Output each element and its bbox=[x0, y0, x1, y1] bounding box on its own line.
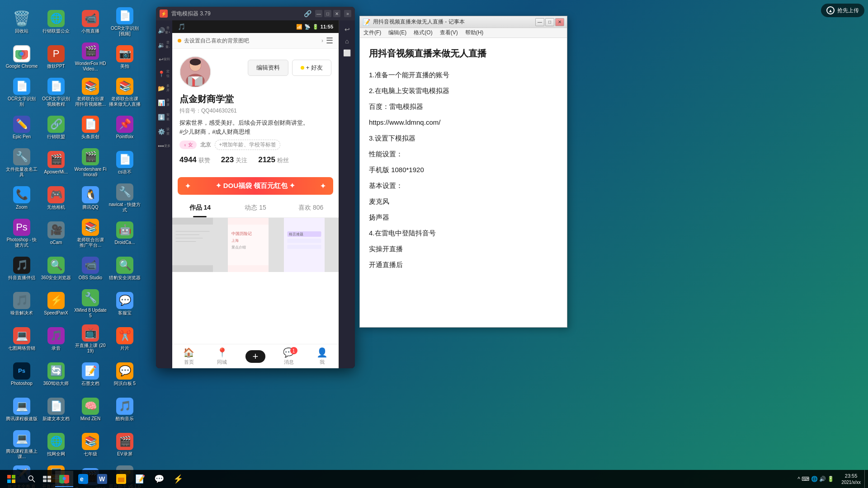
desktop-icon-apower[interactable]: 🎬 ApowerMi... bbox=[38, 145, 74, 181]
desktop-icon-ocr3[interactable]: 📄 OCR文字识别视频教程 bbox=[38, 74, 74, 110]
sidebar-btn-install[interactable]: ⬇️ 安装 bbox=[158, 111, 170, 123]
desktop-icon-pointfoix[interactable]: 📌 Pointfoix bbox=[107, 109, 143, 145]
taskbar-chrome[interactable] bbox=[55, 471, 73, 487]
desktop-icon-awob[interactable]: 💬 阿沃白板 5 bbox=[107, 356, 143, 392]
nav-message[interactable]: 💬 1 消息 bbox=[278, 347, 300, 366]
minimize-button[interactable]: — bbox=[315, 10, 322, 17]
content-thumb-2[interactable]: 中国历险记 上海 景点介绍 bbox=[228, 218, 269, 272]
sidebar-toggle-button[interactable]: » bbox=[344, 10, 351, 17]
sidebar-btn-locate[interactable]: 📍 定位 bbox=[158, 67, 170, 80]
desktop-icon-zhaowang[interactable]: 🌐 找网全网 bbox=[38, 427, 74, 463]
menu-view[interactable]: 查看(V) bbox=[436, 28, 462, 38]
taskbar-edge[interactable]: e bbox=[74, 471, 92, 487]
upload-button[interactable]: ▲ 抢先上传 bbox=[821, 4, 864, 17]
desktop-icon-luyin[interactable]: 🎵 录音 bbox=[38, 321, 74, 357]
taskbar-taskview-button[interactable] bbox=[40, 471, 54, 487]
sidebar-btn-more[interactable]: ••• 更多 bbox=[158, 140, 170, 152]
desktop-icon-chrome[interactable]: Google Chrome bbox=[4, 39, 40, 75]
stat-likes[interactable]: 4944 获赞 bbox=[179, 155, 210, 164]
taskbar-emulator[interactable]: ⚡ bbox=[169, 471, 187, 487]
rs-back-btn[interactable]: ↩ bbox=[340, 24, 354, 35]
desktop-icon-marketing[interactable]: 🌐 行销联盟公众 bbox=[38, 4, 74, 40]
sidebar-btn-settings[interactable]: ⚙️ 设置 bbox=[158, 125, 170, 138]
taskbar-clock[interactable]: 23:55 2021/x/xx bbox=[838, 473, 864, 485]
desktop-icon-qinianj[interactable]: 📚 七年级 bbox=[72, 427, 108, 463]
desktop-icon-adobe[interactable]: Ps Photoshop - 快捷方式 bbox=[4, 215, 40, 251]
menu-edit[interactable]: 编辑(E) bbox=[385, 28, 410, 38]
desktop-icon-ppt[interactable]: P 微软PPT bbox=[38, 39, 74, 75]
desktop-icon-tencent-class[interactable]: 💻 腾讯课程极速版 bbox=[4, 391, 40, 427]
menu-file[interactable]: 文件(F) bbox=[360, 28, 385, 38]
add-tag[interactable]: +增加年龄、学校等标签 bbox=[215, 140, 280, 150]
desktop-icon-qq[interactable]: 🐧 腾讯QQ bbox=[72, 180, 108, 216]
tab-dynamic[interactable]: 动态 15 bbox=[228, 198, 283, 217]
desktop-icon-kugou[interactable]: 🎵 酷狗音乐 bbox=[107, 391, 143, 427]
sidebar-btn-volume-down[interactable]: 🔉 音量- bbox=[158, 38, 170, 51]
desktop-icon-epicpen[interactable]: ✏️ Epic Pen bbox=[4, 109, 40, 145]
desktop-icon-ocr1[interactable]: 📄 OCR文字识别[视频] bbox=[107, 4, 143, 40]
desktop-icon-filmora[interactable]: 🎬 Wondershare Filmora9 bbox=[72, 145, 108, 181]
desktop-icon-piaopian[interactable]: ✂️ 片片 bbox=[107, 321, 143, 357]
notepad-minimize-button[interactable]: — bbox=[535, 18, 544, 26]
notepad-restore-button[interactable]: □ bbox=[545, 18, 554, 26]
menu-button[interactable]: ☰ bbox=[326, 36, 333, 46]
rs-recent-btn[interactable]: ⬜ bbox=[340, 47, 354, 58]
dou-banner[interactable]: ✦ ✦ DOU福袋 领百元红包 ✦ ✦ bbox=[178, 177, 333, 195]
desktop-icon-navicat[interactable]: 🔧 navicat - 快捷方式 bbox=[107, 180, 143, 216]
desktop-icon-mindzen[interactable]: 🧠 Mind ZEN bbox=[72, 391, 108, 427]
desktop-icon-360browser[interactable]: 🔍 360安全浏览器 bbox=[38, 250, 74, 286]
desktop-icon-recycle[interactable]: 🗑️ 回收站 bbox=[4, 4, 40, 40]
desktop-icon-shimo[interactable]: 📝 石墨文档 bbox=[72, 356, 108, 392]
rs-home-btn[interactable]: ⌂ bbox=[340, 36, 354, 47]
menu-format[interactable]: 格式(O) bbox=[410, 28, 436, 38]
desktop-icon-csyu[interactable]: 📄 cs语不 bbox=[107, 145, 143, 181]
close-button[interactable]: ✕ bbox=[333, 10, 340, 17]
desktop-icon-douyin[interactable]: 🎵 抖音直播伴侣 bbox=[4, 250, 40, 286]
desktop-icon-xmind[interactable]: 🔧 XMind 8 Update 5 bbox=[72, 286, 108, 322]
sidebar-btn-multi[interactable]: 📂 多开 bbox=[158, 82, 170, 94]
sidebar-btn-record[interactable]: 📊 录屏 bbox=[158, 96, 170, 109]
desktop-icon-rename[interactable]: 🔧 文件批量改名工具 bbox=[4, 145, 40, 181]
desktop-icon-cheetah[interactable]: 🔍 猎豹安全浏览器 bbox=[107, 250, 143, 286]
desktop-icon-zoom[interactable]: 📞 Zoom bbox=[4, 180, 40, 216]
taskbar-explorer[interactable] bbox=[112, 471, 130, 487]
desktop-icon-wonderfox[interactable]: 🎬 WonderFox HD Video... bbox=[72, 39, 108, 75]
desktop-icon-speedpan[interactable]: ⚡ SpeedPanX bbox=[38, 286, 74, 322]
taskbar-wechat[interactable]: 💬 bbox=[150, 471, 168, 487]
desktop-icon-wuta[interactable]: 🎮 无他相机 bbox=[38, 180, 74, 216]
maximize-button[interactable]: □ bbox=[324, 10, 331, 17]
emulator-link-icon[interactable]: 🔗 bbox=[304, 10, 311, 17]
taskbar-search-button[interactable] bbox=[24, 471, 39, 487]
notepad-close-button[interactable]: ✕ bbox=[555, 18, 564, 26]
desktop-icon-teacher1[interactable]: 📚 老师联合出课 用抖音视频教... bbox=[72, 74, 108, 110]
content-thumb-3[interactable]: 格言难题 bbox=[284, 218, 325, 272]
desktop-icon-360da[interactable]: 🔄 360驾动大师 bbox=[38, 356, 74, 392]
tab-likes[interactable]: 喜欢 806 bbox=[283, 198, 339, 217]
edit-profile-button[interactable]: 编辑资料 bbox=[248, 60, 288, 76]
sidebar-btn-volume-up[interactable]: 🔊 音量+ bbox=[158, 24, 170, 37]
stat-following[interactable]: 223 关注 bbox=[221, 155, 247, 164]
desktop-icon-souhu[interactable]: 💻 七图网络营销 bbox=[4, 321, 40, 357]
tab-works[interactable]: 作品 14 bbox=[172, 198, 228, 217]
sidebar-btn-rotate[interactable]: ↩ 旋转 bbox=[158, 53, 170, 66]
menu-help[interactable]: 帮助(H) bbox=[462, 28, 487, 38]
taskbar-notepad[interactable]: 📝 bbox=[131, 471, 149, 487]
add-button[interactable]: + bbox=[245, 350, 265, 363]
stat-followers[interactable]: 2125 粉丝 bbox=[258, 155, 289, 164]
taskbar-word[interactable]: W bbox=[93, 471, 111, 487]
desktop-icon-kefu[interactable]: 💬 客服宝 bbox=[107, 286, 143, 322]
desktop-icon-noise[interactable]: 🎵 噪音解决术 bbox=[4, 286, 40, 322]
desktop-icon-ev[interactable]: 🎬 EV录屏 bbox=[107, 427, 143, 463]
desktop-icon-droidca[interactable]: 🤖 DroidCa... bbox=[107, 215, 143, 251]
nav-home[interactable]: 🏠 首页 bbox=[178, 347, 200, 366]
desktop-icon-toutiao[interactable]: 📄 头条原创 bbox=[72, 109, 108, 145]
desktop-icon-obs[interactable]: 📹 OBS Studio bbox=[72, 250, 108, 286]
desktop-icon-bear-live[interactable]: 📹 小熊直播 bbox=[72, 4, 108, 40]
desktop-icon-zhibo2019[interactable]: 📺 开直播上课 (2019) bbox=[72, 321, 108, 357]
desktop-icon-teacher3[interactable]: 📚 老师联合出课 推广平台... bbox=[72, 215, 108, 251]
add-friend-button[interactable]: + 好友 bbox=[292, 60, 331, 76]
desktop-icon-alliance[interactable]: 🔗 行销联盟 bbox=[38, 109, 74, 145]
nav-profile[interactable]: 👤 我 bbox=[311, 347, 333, 366]
desktop-icon-meipai[interactable]: 📷 美拍 bbox=[107, 39, 143, 75]
desktop-icon-ocam[interactable]: 🎥 oCam bbox=[38, 215, 74, 251]
